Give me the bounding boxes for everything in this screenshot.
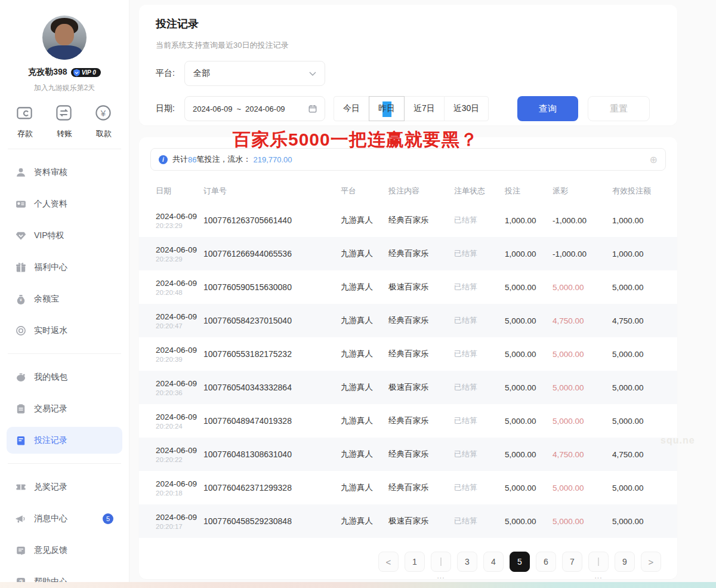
sidebar-item[interactable]: 交易记录 <box>7 395 122 422</box>
pagination-page-button[interactable]: 5 <box>510 552 530 572</box>
expand-icon[interactable]: ⊕ <box>650 154 658 165</box>
pagination-page-button[interactable]: 7 <box>562 552 582 572</box>
cell-order: 1007760458529230848 <box>203 516 341 526</box>
quick-range-button[interactable]: 今日 <box>334 96 369 121</box>
quick-range-button[interactable]: 近30日 <box>444 96 489 121</box>
cell-bet: 5,000.00 <box>505 383 553 392</box>
date-filter-row: 日期: 2024-06-09 ~ 2024-06-09 今日昨日近7日近30日 … <box>156 96 661 121</box>
pagination-ellipsis[interactable]: ... <box>431 552 451 572</box>
vip-badge[interactable]: VIP 0 <box>71 68 101 77</box>
sidebar-item-label: 福利中心 <box>34 262 67 273</box>
platform-select[interactable]: 全部 <box>184 61 325 86</box>
cell-status: 已结算 <box>454 315 505 326</box>
column-header: 订单号 <box>203 186 341 196</box>
cell-payout: 5,000.00 <box>553 283 612 292</box>
quick-action-transfer[interactable]: 转账 <box>55 104 74 139</box>
pagination-page-button[interactable]: 3 <box>457 552 477 572</box>
cell-time-value: 20:20:22 <box>156 456 203 463</box>
cell-content: 极速百家乐 <box>388 382 454 393</box>
cell-content: 经典百家乐 <box>388 248 454 259</box>
quick-action-label: 存款 <box>17 128 33 139</box>
cell-time-value: 20:20:39 <box>156 356 203 363</box>
pagination-page-button[interactable]: 4 <box>483 552 504 572</box>
cell-payout: -1,000.00 <box>553 216 612 225</box>
date-label: 日期: <box>156 103 184 114</box>
cell-bet: 1,000.00 <box>505 250 553 258</box>
prize-ticket-icon <box>16 482 26 492</box>
cell-bet: 5,000.00 <box>505 316 553 325</box>
chevron-down-icon <box>309 72 316 76</box>
quick-actions: 存款转账¥取款 <box>0 104 129 139</box>
sidebar-item[interactable]: 兑奖记录 <box>7 473 122 500</box>
sidebar-item[interactable]: 实时返水 <box>7 317 122 344</box>
pagination-page-button[interactable]: 6 <box>536 552 556 572</box>
cell-platform: 九游真人 <box>341 248 388 259</box>
pagination-ellipsis[interactable]: ... <box>588 552 609 572</box>
column-header: 派彩 <box>553 186 612 196</box>
sidebar-item[interactable]: ¥余额宝 <box>7 285 122 312</box>
cell-date-value: 2024-06-09 <box>156 346 203 355</box>
cell-time-value: 20:23:29 <box>156 222 203 229</box>
cell-platform: 九游真人 <box>341 282 388 293</box>
cell-time-value: 20:23:29 <box>156 255 203 263</box>
bet-record-icon <box>16 435 26 446</box>
cell-payout: 5,000.00 <box>553 383 612 392</box>
table-row: 2024-06-0920:20:481007760590515630080九游真… <box>139 270 677 304</box>
cell-platform: 九游真人 <box>341 349 388 359</box>
reset-button[interactable]: 重置 <box>588 96 650 121</box>
quick-range-label: 今日 <box>343 103 360 114</box>
sidebar-item[interactable]: 福利中心 <box>7 254 122 281</box>
cell-date: 2024-06-0920:20:18 <box>156 479 203 497</box>
quick-date-ranges: 今日昨日近7日近30日 <box>334 96 489 121</box>
pagination-next-button[interactable]: > <box>641 552 661 572</box>
cell-date: 2024-06-0920:20:17 <box>156 513 203 530</box>
query-button[interactable]: 查询 <box>517 96 578 121</box>
sidebar-item[interactable]: 个人资料 <box>7 190 122 217</box>
table-header: 日期订单号平台投注内容注单状态投注派彩有效投注额 <box>139 178 677 204</box>
quick-range-button[interactable]: 昨日 <box>369 96 405 121</box>
table-row: 2024-06-0920:20:391007760553182175232九游真… <box>139 337 677 371</box>
cell-date: 2024-06-0920:20:47 <box>156 312 203 330</box>
cell-date-value: 2024-06-09 <box>156 513 203 522</box>
cell-date-value: 2024-06-09 <box>156 379 203 388</box>
pagination-page-button[interactable]: 9 <box>615 552 635 572</box>
cell-status: 已结算 <box>454 215 505 226</box>
sidebar-item[interactable]: 资料审核 <box>7 159 122 186</box>
cell-bet: 5,000.00 <box>505 484 553 492</box>
sidebar-item[interactable]: 投注记录 <box>7 427 122 454</box>
pagination-prev-button[interactable]: < <box>378 552 399 572</box>
ellipsis-dots: ... <box>594 572 602 580</box>
sidebar-item-label: 余额宝 <box>34 294 59 304</box>
quick-range-button[interactable]: 近7日 <box>404 96 445 121</box>
ellipsis-bar <box>598 558 599 566</box>
quick-action-deposit[interactable]: 存款 <box>16 104 35 139</box>
sidebar-item[interactable]: 消息中心5 <box>7 505 122 532</box>
sidebar-divider <box>8 353 121 354</box>
summary-middle: 笔投注，流水： <box>196 154 251 165</box>
date-range-input[interactable]: 2024-06-09 ~ 2024-06-09 <box>184 96 325 121</box>
pagination-page-button[interactable]: 1 <box>405 552 425 572</box>
cell-valid: 5,000.00 <box>612 383 661 392</box>
cell-platform: 九游真人 <box>341 315 388 326</box>
cell-order: 1007761266944065536 <box>203 249 341 258</box>
sidebar-item-label: 投注记录 <box>34 435 67 446</box>
cell-payout: 5,000.00 <box>553 350 612 359</box>
cell-status: 已结算 <box>454 382 505 393</box>
avatar-face <box>55 24 74 45</box>
quick-action-withdraw[interactable]: ¥取款 <box>94 104 113 139</box>
date-end: 2024-06-09 <box>245 104 285 113</box>
cell-date: 2024-06-0920:20:22 <box>156 446 203 463</box>
cell-valid: 5,000.00 <box>612 283 661 292</box>
sidebar-item-label: 我的钱包 <box>34 372 67 383</box>
table-row: 2024-06-0920:20:241007760489474019328九游真… <box>139 404 677 438</box>
cell-order: 1007760540343332864 <box>203 383 341 392</box>
avatar[interactable] <box>42 16 87 60</box>
cell-order: 1007760553182175232 <box>203 349 341 359</box>
cell-content: 经典百家乐 <box>388 215 454 226</box>
sidebar-item[interactable]: 我的钱包 <box>7 364 122 390</box>
cell-platform: 九游真人 <box>341 382 388 393</box>
sidebar-item[interactable]: 意见反馈 <box>7 537 122 564</box>
page-subtitle: 当前系统支持查询最近30日的投注记录 <box>156 40 661 51</box>
sidebar-item[interactable]: VIP特权 <box>7 222 122 249</box>
cell-status: 已结算 <box>454 248 505 259</box>
